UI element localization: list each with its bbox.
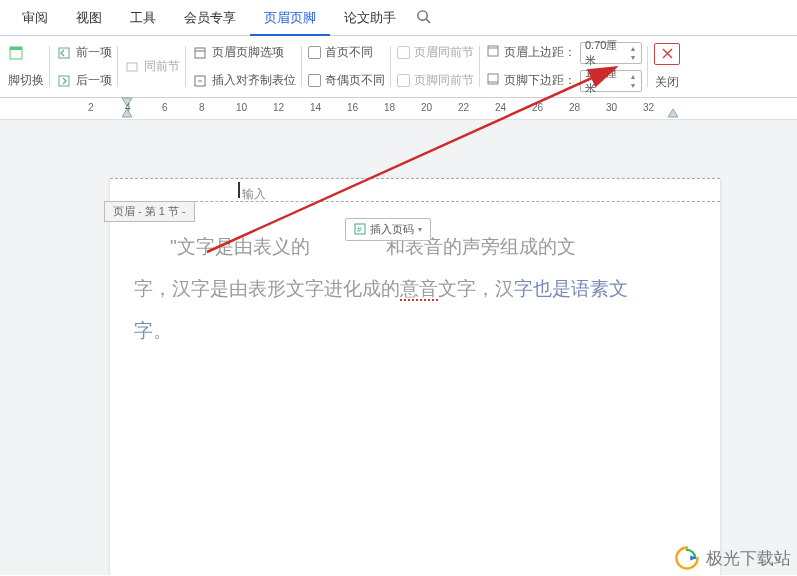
text-fragment: 文字，汉 xyxy=(438,278,514,299)
margin-bottom-icon xyxy=(486,72,500,89)
prev-label: 前一项 xyxy=(76,44,112,61)
same-as-prev: 同前节 xyxy=(124,56,180,78)
spin-up-icon[interactable]: ▲ xyxy=(626,72,640,81)
document-canvas: 输入 页眉 - 第 1 节 - # 插入页码 ▾ "文字是由表义的家形符号和表音… xyxy=(0,120,797,575)
watermark-text: 极光下载站 xyxy=(706,547,791,570)
hf-options-label: 页眉页脚选项 xyxy=(212,44,284,61)
svg-rect-7 xyxy=(195,48,205,58)
header-footer-switch[interactable] xyxy=(8,42,44,64)
header-input-hint: 输入 xyxy=(242,186,266,203)
ftr-margin-label: 页脚下边距： xyxy=(504,72,576,89)
ruler-number: 26 xyxy=(532,102,569,118)
tab-member[interactable]: 会员专享 xyxy=(170,0,250,36)
search-icon[interactable] xyxy=(416,9,431,27)
dropdown-icon: ▾ xyxy=(418,225,422,234)
ruler-number: 28 xyxy=(569,102,606,118)
ftr-margin-value: 1.75厘米 xyxy=(585,66,623,96)
insert-tab-label: 插入对齐制表位 xyxy=(212,72,296,89)
page-number-icon: # xyxy=(354,223,366,237)
ruler-number: 16 xyxy=(347,102,384,118)
ruler-number: 2 xyxy=(88,102,125,118)
svg-line-1 xyxy=(426,19,430,23)
close-button[interactable] xyxy=(654,43,680,65)
odd-even-different[interactable]: 奇偶页不同 xyxy=(308,70,385,92)
ruler-number: 14 xyxy=(310,102,347,118)
insert-page-number-label: 插入页码 xyxy=(370,222,414,237)
hdr-margin-value: 0.70厘米 xyxy=(585,38,623,68)
svg-point-0 xyxy=(418,10,427,19)
svg-text:#: # xyxy=(357,225,362,234)
text-fragment: "文字是由表义的 xyxy=(170,236,310,257)
checkbox-icon[interactable] xyxy=(308,74,321,87)
tab-bar: 审阅 视图 工具 会员专享 页眉页脚 论文助手 xyxy=(0,0,797,36)
header-footer-options[interactable]: 页眉页脚选项 xyxy=(192,42,296,64)
ruler-number: 4 xyxy=(125,102,162,118)
ruler-number: 32 xyxy=(643,102,680,118)
footer-same-section: 页脚同前节 xyxy=(397,70,474,92)
ruler-number: 20 xyxy=(421,102,458,118)
odd-even-label: 奇偶页不同 xyxy=(325,72,385,89)
spin-up-icon[interactable]: ▲ xyxy=(626,44,640,53)
text-fragment: 。 xyxy=(153,320,172,341)
tab-header-footer[interactable]: 页眉页脚 xyxy=(250,0,330,36)
tab-thesis[interactable]: 论文助手 xyxy=(330,0,410,36)
ftr-same-label: 页脚同前节 xyxy=(414,72,474,89)
watermark-logo-icon xyxy=(674,545,700,571)
spin-down-icon[interactable]: ▼ xyxy=(626,53,640,62)
text-fragment: 字，汉字是由表形文字进化成的 xyxy=(134,278,400,299)
text-cursor xyxy=(238,182,240,198)
text-link[interactable]: 字 xyxy=(134,320,153,341)
svg-rect-3 xyxy=(10,47,22,50)
svg-rect-6 xyxy=(127,63,137,71)
ruler-number: 10 xyxy=(236,102,273,118)
watermark: 极光下载站 xyxy=(674,545,791,571)
ruler-number: 8 xyxy=(199,102,236,118)
header-section-tag: 页眉 - 第 1 节 - xyxy=(104,201,195,222)
ruler-number: 22 xyxy=(458,102,495,118)
next-label: 后一项 xyxy=(76,72,112,89)
close-label: 关闭 xyxy=(655,74,679,91)
same-prev-label: 同前节 xyxy=(144,58,180,75)
svg-rect-5 xyxy=(59,76,69,86)
first-diff-label: 首页不同 xyxy=(325,44,373,61)
hdr-margin-label: 页眉上边距： xyxy=(504,44,576,61)
margin-top-icon xyxy=(486,44,500,61)
header-top-margin: 页眉上边距： 0.70厘米▲▼ xyxy=(486,42,642,64)
ruler-number: 24 xyxy=(495,102,532,118)
tab-view[interactable]: 视图 xyxy=(62,0,116,36)
horizontal-ruler[interactable]: 2468101214161820222426283032 xyxy=(0,98,797,120)
hdr-same-label: 页眉同前节 xyxy=(414,44,474,61)
first-page-different[interactable]: 首页不同 xyxy=(308,42,385,64)
checkbox-icon[interactable] xyxy=(308,46,321,59)
prev-item[interactable]: 前一项 xyxy=(56,42,112,64)
checkbox-icon xyxy=(397,74,410,87)
ruler-number: 18 xyxy=(384,102,421,118)
spin-down-icon[interactable]: ▼ xyxy=(626,81,640,90)
checkbox-icon xyxy=(397,46,410,59)
next-item[interactable]: 后一项 xyxy=(56,70,112,92)
insert-tab-stop[interactable]: 插入对齐制表位 xyxy=(192,70,296,92)
insert-page-number-button[interactable]: # 插入页码 ▾ xyxy=(345,218,431,241)
ribbon: 脚切换 前一项 后一项 同前节 页眉页脚选项 插入对齐制表位 首页不同 奇偶页不… xyxy=(0,36,797,98)
switch-label: 脚切换 xyxy=(8,70,44,92)
ruler-scale: 2468101214161820222426283032 xyxy=(88,102,777,118)
ftr-margin-input[interactable]: 1.75厘米▲▼ xyxy=(580,70,642,92)
header-edit-zone[interactable]: 输入 页眉 - 第 1 节 - xyxy=(110,178,720,202)
ruler-number: 12 xyxy=(273,102,310,118)
ruler-number: 30 xyxy=(606,102,643,118)
text-link[interactable]: 字也是语素文 xyxy=(514,278,628,299)
page: 输入 页眉 - 第 1 节 - # 插入页码 ▾ "文字是由表义的家形符号和表音… xyxy=(110,178,720,575)
header-same-section: 页眉同前节 xyxy=(397,42,474,64)
footer-bottom-margin: 页脚下边距： 1.75厘米▲▼ xyxy=(486,70,642,92)
ruler-number: 6 xyxy=(162,102,199,118)
hdr-margin-input[interactable]: 0.70厘米▲▼ xyxy=(580,42,642,64)
tab-review[interactable]: 审阅 xyxy=(8,0,62,36)
tab-tools[interactable]: 工具 xyxy=(116,0,170,36)
text-underlined: 意音 xyxy=(400,278,438,301)
